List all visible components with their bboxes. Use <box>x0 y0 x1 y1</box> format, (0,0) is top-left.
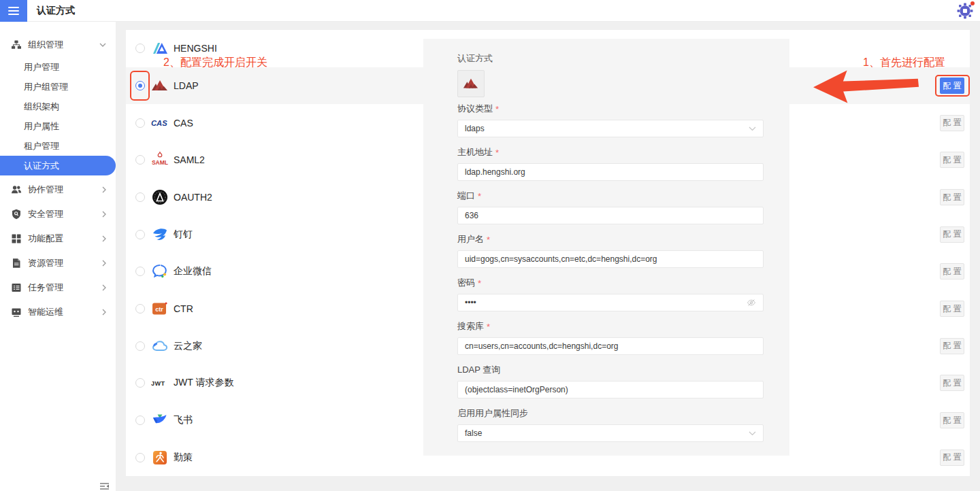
configure-button[interactable]: 配 置 <box>940 226 964 243</box>
field-value: false <box>465 428 749 438</box>
radio-button[interactable] <box>135 378 145 388</box>
sidebar: 组织管理用户管理用户组管理组织架构用户属性租户管理认证方式协作管理安全管理功能配… <box>0 22 116 491</box>
sidebar-item-1[interactable]: 用户管理 <box>0 57 116 77</box>
ctr-logo-icon: ctr <box>151 300 169 318</box>
team-icon <box>11 184 22 195</box>
svg-text:JWT: JWT <box>151 380 165 387</box>
configure-button[interactable]: 配 置 <box>940 263 964 280</box>
field-select[interactable]: ldaps <box>457 120 764 137</box>
radio-button[interactable] <box>135 118 145 128</box>
radio-button[interactable] <box>135 192 145 202</box>
sidebar-group-11[interactable]: 任务管理 <box>0 275 116 300</box>
sidebar-item-2[interactable]: 用户组管理 <box>0 77 116 97</box>
chevron-right-icon <box>102 211 106 218</box>
sidebar-item-5[interactable]: 租户管理 <box>0 136 116 156</box>
svg-text:SAML: SAML <box>152 159 168 166</box>
provider-name: OAUTH2 <box>174 192 212 203</box>
field-input[interactable]: cn=users,cn=accounts,dc=hengshi,dc=org <box>457 337 764 355</box>
password-field[interactable]: •••• <box>457 294 764 311</box>
radio-button[interactable] <box>135 416 145 425</box>
tasks-icon <box>11 282 22 293</box>
sidebar-group-label: 功能配置 <box>28 233 63 245</box>
radio-button[interactable] <box>135 155 145 165</box>
field-input[interactable]: uid=gogs,cn=sysaccounts,cn=etc,dc=hengsh… <box>457 250 764 268</box>
radio-button[interactable] <box>135 81 145 90</box>
dingtalk-logo-icon <box>151 226 169 243</box>
sidebar-item-6[interactable]: 认证方式 <box>0 156 116 175</box>
radio-button[interactable] <box>135 341 145 351</box>
sidebar-item-label: 组织架构 <box>24 101 59 113</box>
menu-toggle-button[interactable] <box>0 0 27 22</box>
ldap-logo-icon <box>151 77 169 95</box>
radio-button[interactable] <box>135 44 145 53</box>
field-input[interactable]: (objectclass=inetOrgPerson) <box>457 381 764 399</box>
configure-button[interactable]: 配 置 <box>940 115 964 131</box>
field-value: ldap.hengshi.org <box>465 167 756 177</box>
sidebar-group-label: 协作管理 <box>28 184 63 196</box>
required-asterisk: * <box>478 191 481 201</box>
chevron-right-icon <box>102 260 106 267</box>
form-field: 端口*636 <box>457 190 764 224</box>
sidebar-group-10[interactable]: 资源管理 <box>0 251 116 275</box>
sidebar-group-9[interactable]: 功能配置 <box>0 226 116 251</box>
sidebar-group-8[interactable]: 安全管理 <box>0 202 116 226</box>
radio-button[interactable] <box>135 267 145 276</box>
field-input[interactable]: ldap.hengshi.org <box>457 163 764 181</box>
sidebar-group-12[interactable]: 智能运维 <box>0 300 116 324</box>
chevron-down-icon <box>749 126 756 131</box>
monitor-icon <box>11 307 22 318</box>
svg-text:CAS: CAS <box>151 119 167 127</box>
eye-off-icon[interactable] <box>747 298 756 307</box>
field-label: 端口 <box>457 190 475 202</box>
provider-name: 云之家 <box>174 340 202 352</box>
svg-text:ctr: ctr <box>155 306 163 313</box>
field-label: 搜索库 <box>457 320 484 333</box>
sidebar-group-7[interactable]: 协作管理 <box>0 177 116 202</box>
sidebar-item-label: 租户管理 <box>24 140 59 152</box>
sidebar-group-0[interactable]: 组织管理 <box>0 33 116 57</box>
chevron-right-icon <box>102 235 106 242</box>
radio-button[interactable] <box>135 304 145 314</box>
chevron-down-icon <box>99 43 106 47</box>
field-input[interactable]: 636 <box>457 207 764 224</box>
radio-button[interactable] <box>135 453 145 462</box>
chevron-right-icon <box>102 186 106 193</box>
chevron-right-icon <box>102 309 106 316</box>
qince-logo-icon <box>151 449 169 467</box>
field-value: 636 <box>465 211 756 220</box>
provider-name: CAS <box>174 118 193 129</box>
org-chart-icon <box>11 39 22 50</box>
sidebar-item-label: 用户组管理 <box>24 81 68 93</box>
provider-name: 飞书 <box>174 414 193 426</box>
settings-gear-icon[interactable] <box>957 3 973 19</box>
sidebar-group-label: 资源管理 <box>28 257 63 269</box>
cas-logo-icon: CAS <box>151 114 169 132</box>
configure-button[interactable]: 配 置 <box>940 152 964 168</box>
configure-button[interactable]: 配 置 <box>940 375 964 391</box>
field-label: 协议类型 <box>457 103 493 115</box>
configure-button[interactable]: 配 置 <box>940 450 964 466</box>
field-select[interactable]: false <box>457 424 764 442</box>
form-field: 搜索库*cn=users,cn=accounts,dc=hengshi,dc=o… <box>457 320 764 355</box>
provider-name: 企业微信 <box>174 265 212 277</box>
configure-button[interactable]: 配 置 <box>940 78 964 94</box>
field-value: ldaps <box>465 124 749 133</box>
sidebar-item-3[interactable]: 组织架构 <box>0 97 116 116</box>
notification-dot <box>970 1 975 5</box>
auth-type-label: 认证方式 <box>457 52 764 65</box>
required-asterisk: * <box>495 104 499 114</box>
sidebar-item-label: 用户属性 <box>24 120 59 133</box>
radio-button[interactable] <box>135 230 145 239</box>
jwt-logo-icon: JWT <box>151 374 169 392</box>
configure-button[interactable]: 配 置 <box>940 338 964 354</box>
configure-button[interactable]: 配 置 <box>940 189 964 205</box>
sidebar-item-label: 用户管理 <box>24 61 59 73</box>
shield-icon <box>11 209 22 220</box>
feishu-logo-icon <box>151 411 169 429</box>
collapse-sidebar-icon[interactable] <box>99 481 110 491</box>
field-label: 主机地址 <box>457 146 493 158</box>
configure-button[interactable]: 配 置 <box>940 301 964 317</box>
configure-button[interactable]: 配 置 <box>940 412 964 428</box>
wecom-logo-icon <box>151 263 169 280</box>
sidebar-item-4[interactable]: 用户属性 <box>0 116 116 136</box>
